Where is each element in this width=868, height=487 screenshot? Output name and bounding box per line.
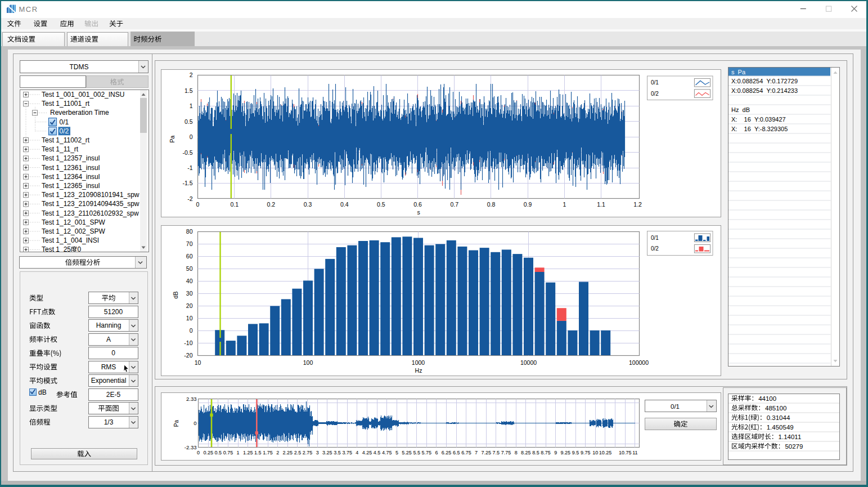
svg-text:9.5: 9.5: [572, 450, 579, 455]
svg-text:7.25: 7.25: [481, 450, 491, 455]
svg-text:Test 1_12361_insul: Test 1_12361_insul: [42, 164, 100, 172]
svg-text:0.7: 0.7: [450, 201, 458, 208]
svg-text:0.1: 0.1: [230, 201, 239, 208]
svg-text:Test 1_11002_rt: Test 1_11002_rt: [42, 136, 90, 144]
svg-text:70: 70: [186, 240, 193, 247]
svg-text:5.75: 5.75: [422, 450, 432, 455]
svg-text:50279: 50279: [785, 443, 803, 450]
svg-text:Test 1_123_211026102932_spw: Test 1_123_211026102932_spw: [42, 209, 139, 217]
svg-text:0/1: 0/1: [60, 118, 69, 126]
svg-text:-2: -2: [187, 195, 192, 202]
svg-text:X: 16 Y:-8.329305: X: 16 Y:-8.329305: [731, 126, 788, 132]
svg-text:50: 50: [186, 265, 193, 272]
svg-text:Test 1_11001_rt: Test 1_11001_rt: [42, 100, 90, 108]
svg-text:A: A: [106, 336, 111, 343]
svg-text:8.75: 8.75: [541, 450, 551, 455]
svg-text:0.2: 0.2: [267, 201, 276, 208]
svg-text:9: 9: [554, 450, 557, 455]
svg-text:Pa: Pa: [169, 135, 176, 142]
svg-text:10: 10: [186, 315, 193, 321]
svg-text:4.25: 4.25: [362, 450, 372, 455]
svg-text:Test 1_12_002_SPW: Test 1_12_002_SPW: [42, 227, 105, 235]
svg-text:51200: 51200: [104, 308, 123, 316]
svg-text:100000: 100000: [629, 359, 649, 366]
svg-text:10.25: 10.25: [599, 450, 612, 455]
svg-text:6: 6: [435, 450, 438, 455]
svg-text:8: 8: [515, 450, 518, 455]
svg-text:Test 1_11_rt: Test 1_11_rt: [42, 145, 79, 153]
svg-text:0.31044: 0.31044: [767, 414, 790, 421]
svg-text:0/1: 0/1: [651, 79, 659, 86]
svg-text:0.4: 0.4: [340, 201, 349, 208]
svg-text:RMS: RMS: [101, 363, 116, 371]
svg-text:Test 1_12357_insul: Test 1_12357_insul: [42, 154, 100, 162]
svg-text:2: 2: [190, 72, 193, 78]
svg-text:1/3: 1/3: [104, 418, 114, 426]
svg-text:0: 0: [196, 201, 200, 208]
svg-text:0/2: 0/2: [60, 127, 69, 135]
svg-text:Hz: Hz: [415, 367, 422, 374]
svg-text:3: 3: [316, 450, 319, 455]
svg-text:100: 100: [303, 359, 313, 366]
svg-text:1.5: 1.5: [254, 450, 262, 455]
svg-text:0.25: 0.25: [203, 450, 213, 455]
svg-text:Test 1_123_210908101941_spw: Test 1_123_210908101941_spw: [42, 191, 140, 199]
svg-text:0/1: 0/1: [651, 235, 659, 241]
svg-text:7.5: 7.5: [493, 450, 500, 455]
svg-text:485100: 485100: [765, 405, 786, 412]
svg-text:0.5: 0.5: [215, 450, 222, 455]
svg-text:3.25: 3.25: [322, 450, 332, 455]
svg-text:3.5: 3.5: [334, 450, 341, 455]
svg-text:1.25: 1.25: [243, 450, 253, 455]
svg-text:Test 1_25: Test 1_25: [42, 245, 71, 253]
svg-text:10.75: 10.75: [619, 450, 632, 455]
svg-text:3.75: 3.75: [342, 450, 352, 455]
svg-text:s: s: [417, 209, 420, 216]
svg-text:60: 60: [186, 253, 193, 260]
svg-text:2.33: 2.33: [186, 396, 197, 402]
svg-text:7.75: 7.75: [501, 450, 511, 455]
svg-text:-1: -1: [187, 164, 192, 171]
svg-text:dB: dB: [172, 292, 179, 299]
svg-text:Test 1_12_001_SPW: Test 1_12_001_SPW: [42, 218, 105, 226]
svg-text:-2.33: -2.33: [185, 444, 197, 450]
svg-text:Test 1_12365_insul: Test 1_12365_insul: [42, 182, 100, 190]
svg-text:1.75: 1.75: [263, 450, 273, 455]
svg-text:2: 2: [276, 450, 279, 455]
svg-text:10: 10: [195, 359, 201, 366]
svg-text:Reverberation Time: Reverberation Time: [50, 109, 109, 117]
svg-text:-10: -10: [184, 339, 192, 346]
svg-text:TDMS: TDMS: [70, 63, 89, 71]
svg-text:20: 20: [186, 302, 193, 309]
svg-text:0.3: 0.3: [304, 201, 312, 208]
svg-text:Test 1_001_001_002_INSU: Test 1_001_001_002_INSU: [42, 91, 124, 99]
svg-text:6.75: 6.75: [461, 450, 471, 455]
svg-text:80: 80: [186, 228, 193, 235]
svg-text:4.75: 4.75: [382, 450, 392, 455]
svg-text:0: 0: [197, 450, 200, 455]
svg-text:Hanning: Hanning: [96, 321, 122, 329]
svg-text:0: 0: [78, 245, 82, 253]
svg-text:0.6: 0.6: [413, 201, 422, 208]
svg-text:6.25: 6.25: [442, 450, 452, 455]
svg-text:2.75: 2.75: [303, 450, 313, 455]
svg-text:6.5: 6.5: [453, 450, 460, 455]
svg-text:5.5: 5.5: [413, 450, 420, 455]
svg-text:1: 1: [563, 201, 566, 208]
svg-text:7: 7: [475, 450, 478, 455]
svg-text:s Pa: s Pa: [731, 69, 746, 75]
svg-text:1.14011: 1.14011: [779, 434, 802, 440]
svg-text:Test 1_12364_insul: Test 1_12364_insul: [42, 173, 100, 181]
svg-text:5.25: 5.25: [402, 450, 412, 455]
svg-text:0: 0: [194, 420, 196, 426]
svg-text:0.5: 0.5: [377, 201, 385, 208]
svg-text:1.450549: 1.450549: [767, 424, 794, 431]
svg-text:0: 0: [111, 349, 115, 357]
svg-text:Exponential: Exponential: [91, 377, 127, 385]
svg-text:10: 10: [592, 450, 598, 455]
svg-text:2.25: 2.25: [283, 450, 293, 455]
svg-text:Hz dB: Hz dB: [731, 106, 750, 113]
svg-text:X:0.088254 Y:0.214233: X:0.088254 Y:0.214233: [731, 87, 798, 94]
svg-text:-1.5: -1.5: [182, 180, 192, 186]
svg-text:-0.5: -0.5: [182, 149, 192, 156]
